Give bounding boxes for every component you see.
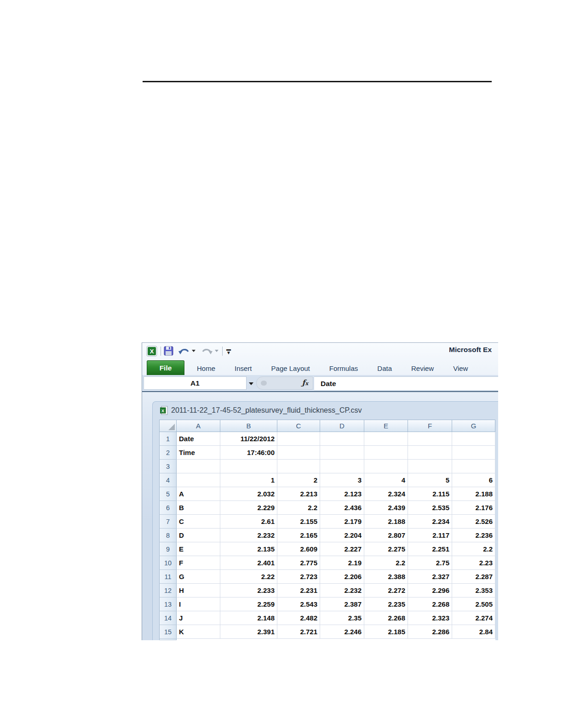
cell[interactable]: 2.35 [320, 611, 364, 625]
cell[interactable]: B [177, 501, 220, 515]
column-header-A[interactable]: A [177, 420, 220, 432]
row-number[interactable]: 13 [159, 597, 177, 611]
cell[interactable]: 2.274 [452, 611, 495, 625]
cell[interactable] [277, 446, 320, 460]
cell[interactable]: C [177, 515, 220, 529]
row-number[interactable]: 2 [159, 446, 177, 460]
tab-page-layout[interactable]: Page Layout [262, 361, 320, 375]
cell[interactable]: 2.401 [220, 556, 277, 570]
cell[interactable]: 2.323 [408, 611, 452, 625]
cell[interactable]: 2.391 [220, 625, 277, 639]
cell[interactable]: 2.135 [220, 542, 277, 556]
row-number[interactable]: 3 [159, 460, 177, 473]
customize-quick-access-icon[interactable]: ▬▼ [226, 347, 231, 355]
row-number[interactable]: 9 [159, 542, 177, 556]
cell[interactable]: 2.84 [452, 625, 495, 639]
cell[interactable]: 2.535 [408, 501, 452, 515]
cell[interactable]: 2.188 [364, 515, 408, 529]
cell[interactable]: 2.179 [320, 515, 364, 529]
row-number[interactable]: 4 [159, 473, 177, 487]
row-number[interactable]: 6 [159, 501, 177, 515]
cell[interactable]: 2.287 [452, 570, 495, 584]
cell[interactable] [320, 432, 364, 446]
cell[interactable] [364, 432, 408, 446]
save-icon[interactable] [163, 346, 174, 356]
cell[interactable]: 2.236 [452, 529, 495, 542]
cell[interactable] [177, 473, 220, 487]
row-number[interactable]: 12 [159, 584, 177, 597]
cell[interactable]: D [177, 529, 220, 542]
cell[interactable]: 2.232 [220, 529, 277, 542]
cell[interactable]: 3 [320, 473, 364, 487]
tab-data[interactable]: Data [368, 361, 402, 375]
cell[interactable] [408, 460, 452, 473]
cell[interactable]: 2 [277, 473, 320, 487]
cell[interactable]: E [177, 542, 220, 556]
insert-function-area[interactable]: ƒx [256, 376, 313, 390]
row-number[interactable]: 7 [159, 515, 177, 529]
cell[interactable]: 2.2 [364, 556, 408, 570]
row-number[interactable]: 1 [159, 432, 177, 446]
cell[interactable]: 2.259 [220, 597, 277, 611]
cell[interactable]: A [177, 487, 220, 501]
cell[interactable]: 2.526 [452, 515, 495, 529]
cell[interactable]: 2.61 [220, 515, 277, 529]
cell[interactable]: 2.296 [408, 584, 452, 597]
tab-home[interactable]: Home [187, 361, 225, 375]
cell[interactable]: 2.229 [220, 501, 277, 515]
cell[interactable] [220, 460, 277, 473]
column-header-B[interactable]: B [220, 420, 277, 432]
select-all-button[interactable] [159, 420, 177, 432]
cell[interactable]: 2.268 [408, 597, 452, 611]
tab-view[interactable]: View [443, 361, 477, 375]
undo-icon[interactable] [178, 346, 190, 357]
cell[interactable]: 2.286 [408, 625, 452, 639]
undo-dropdown-caret[interactable] [192, 350, 195, 352]
cell[interactable]: 2.807 [364, 529, 408, 542]
cell[interactable]: 2.117 [408, 529, 452, 542]
cell[interactable]: 2.505 [452, 597, 495, 611]
cell[interactable]: 2.324 [364, 487, 408, 501]
tab-file[interactable]: File [147, 360, 184, 375]
cell[interactable]: 2.148 [220, 611, 277, 625]
column-header-D[interactable]: D [320, 420, 364, 432]
cell[interactable] [452, 432, 495, 446]
column-header-G[interactable]: G [452, 420, 495, 432]
excel-logo-icon[interactable]: X [146, 346, 157, 357]
cell[interactable]: 2.233 [220, 584, 277, 597]
cell[interactable]: 2.188 [452, 487, 495, 501]
cell[interactable]: 4 [364, 473, 408, 487]
tab-formulas[interactable]: Formulas [320, 361, 368, 375]
cell[interactable]: 2.251 [408, 542, 452, 556]
formula-input[interactable]: Date [314, 376, 498, 391]
cell[interactable]: 2.2 [277, 501, 320, 515]
cell[interactable]: 1 [220, 473, 277, 487]
column-header-E[interactable]: E [364, 420, 408, 432]
row-number[interactable]: 10 [159, 556, 177, 570]
tab-review[interactable]: Review [402, 361, 443, 375]
cell[interactable]: 2.268 [364, 611, 408, 625]
cell[interactable] [320, 460, 364, 473]
cell[interactable]: 2.275 [364, 542, 408, 556]
workbook-titlebar[interactable]: X 2011-11-22_17-45-52_platesurvey_fluid_… [160, 406, 362, 415]
cell[interactable] [452, 446, 495, 460]
cell[interactable]: 2.482 [277, 611, 320, 625]
column-header-C[interactable]: C [277, 420, 320, 432]
cell[interactable] [277, 460, 320, 473]
cell[interactable]: 2.185 [364, 625, 408, 639]
cell[interactable] [364, 446, 408, 460]
cell[interactable]: F [177, 556, 220, 570]
cell[interactable]: 6 [452, 473, 495, 487]
cell[interactable]: 2.123 [320, 487, 364, 501]
cell[interactable]: 2.234 [408, 515, 452, 529]
cell[interactable]: 2.439 [364, 501, 408, 515]
cell[interactable]: 2.388 [364, 570, 408, 584]
cell[interactable]: 2.543 [277, 597, 320, 611]
cell[interactable]: 2.032 [220, 487, 277, 501]
cell[interactable]: 2.723 [277, 570, 320, 584]
cell[interactable] [452, 460, 495, 473]
cell[interactable]: J [177, 611, 220, 625]
cell[interactable] [408, 446, 452, 460]
cell[interactable]: 2.155 [277, 515, 320, 529]
cell[interactable] [320, 446, 364, 460]
